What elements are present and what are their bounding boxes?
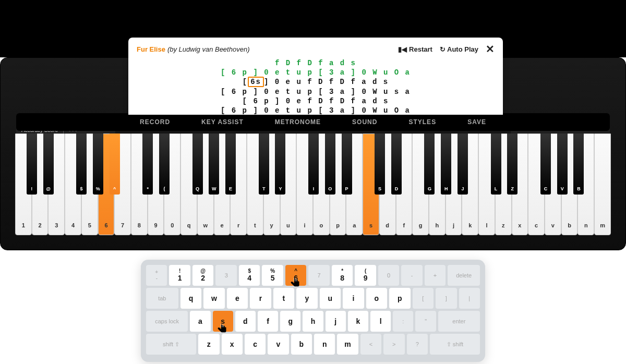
piano-black-key-G[interactable]: G	[424, 134, 435, 195]
kb-key-5[interactable]: %5	[262, 265, 283, 286]
kb-key-shift: shift ⇧	[146, 334, 196, 355]
kb-key-j[interactable]: j	[326, 311, 346, 332]
key-label: u	[281, 222, 296, 228]
kb-key-7: 7	[308, 265, 329, 286]
kb-key-a[interactable]: a	[190, 311, 210, 332]
kb-key-6[interactable]: ^6	[285, 265, 306, 286]
key-label: 0	[164, 222, 180, 228]
sheet-line: [6s] 0 e u f D f D f a d s	[137, 77, 495, 87]
piano-black-key-D[interactable]: D	[391, 134, 402, 195]
key-label: t	[247, 222, 263, 228]
kb-key-: >	[383, 334, 404, 355]
piano-black-key-%[interactable]: %	[93, 134, 103, 195]
piano-black-key-I[interactable]: I	[308, 134, 319, 195]
kb-key-d[interactable]: d	[235, 311, 256, 332]
key-label: H	[441, 186, 451, 191]
piano-black-key-@[interactable]: @	[43, 134, 54, 195]
key-label: 7	[115, 222, 130, 228]
piano-black-key-L[interactable]: L	[491, 134, 501, 195]
kb-key-v[interactable]: v	[268, 334, 288, 355]
key-label: w	[198, 222, 213, 228]
kb-key-k[interactable]: k	[348, 311, 368, 332]
menu-item-sound[interactable]: SOUND	[352, 118, 377, 126]
key-label: !	[27, 186, 37, 191]
key-label: e	[214, 222, 230, 228]
key-label: d	[380, 222, 395, 228]
kb-key-u[interactable]: u	[320, 288, 341, 309]
piano-black-key-Y[interactable]: Y	[275, 134, 285, 195]
key-label: 1	[16, 222, 31, 228]
kb-key-enter: enter	[438, 311, 480, 332]
piano-black-key-H[interactable]: H	[441, 134, 451, 195]
kb-key-i[interactable]: i	[343, 288, 364, 309]
key-label: W	[209, 186, 219, 191]
menu-item-key-assist[interactable]: KEY ASSIST	[201, 118, 244, 126]
key-label: k	[462, 222, 478, 228]
menu-item-record[interactable]: RECORD	[140, 118, 170, 126]
current-keys-highlight: 6s	[248, 77, 264, 87]
piano-black-key-J[interactable]: J	[458, 134, 468, 195]
piano-black-key-E[interactable]: E	[225, 134, 236, 195]
piano-black-key-Q[interactable]: Q	[192, 134, 203, 195]
key-label: 9	[148, 222, 164, 228]
kb-key-h[interactable]: h	[303, 311, 323, 332]
kb-key-w[interactable]: w	[203, 288, 224, 309]
sheet-lines: f D f D f a d s[ 6 p ] 0 e t u p [ 3 a ]…	[137, 58, 495, 115]
key-label: Q	[192, 186, 203, 191]
menu-item-metronome[interactable]: METRONOME	[275, 118, 321, 126]
piano-black-key-B[interactable]: B	[573, 134, 584, 195]
key-label: p	[330, 222, 346, 228]
key-label: 3	[49, 222, 64, 228]
key-label: b	[562, 222, 577, 228]
key-label: L	[491, 186, 501, 191]
kb-key-8[interactable]: *8	[332, 265, 353, 286]
kb-key-n[interactable]: n	[314, 334, 335, 355]
piano-black-key-Z[interactable]: Z	[507, 134, 517, 195]
kb-key-0: 0	[378, 265, 399, 286]
restart-button[interactable]: ▮◀ Restart	[398, 45, 432, 53]
piano-black-key-([interactable]: (	[159, 134, 170, 195]
kb-key-9[interactable]: (9	[355, 265, 376, 286]
piano-black-key-V[interactable]: V	[557, 134, 568, 195]
sheet-line: [ 6 p ] 0 e t u p [ 3 a ] 0 W u O a	[137, 106, 495, 115]
kb-key-r[interactable]: r	[250, 288, 271, 309]
piano-black-key-W[interactable]: W	[209, 134, 219, 195]
kb-key-e[interactable]: e	[227, 288, 248, 309]
kb-key-m[interactable]: m	[337, 334, 358, 355]
key-label: V	[557, 186, 568, 191]
piano-white-key-m[interactable]: m	[594, 134, 611, 235]
piano-black-key-![interactable]: !	[27, 134, 37, 195]
qwerty-keyboard-panel: +-!1@23$4%5^67*8(90-+deletetabqwertyuiop…	[141, 260, 485, 362]
kb-key-p[interactable]: p	[389, 288, 410, 309]
key-label: I	[308, 186, 319, 191]
key-label: S	[375, 186, 385, 191]
close-icon[interactable]: ✕	[486, 43, 495, 55]
key-label: 2	[32, 222, 48, 228]
kb-key-c[interactable]: c	[245, 334, 266, 355]
kb-key-g[interactable]: g	[280, 311, 300, 332]
menu-item-styles[interactable]: STYLES	[408, 118, 436, 126]
piano-black-key-C[interactable]: C	[540, 134, 551, 195]
key-label: m	[595, 222, 610, 228]
kb-key-l[interactable]: l	[370, 311, 391, 332]
piano-black-key-T[interactable]: T	[259, 134, 269, 195]
piano-black-key-*[interactable]: *	[142, 134, 153, 195]
piano-keyboard: 1234567890qwertyuiopasdfghjklzxcvbnm !@$…	[15, 134, 611, 235]
piano-black-key-^[interactable]: ^	[110, 134, 120, 195]
kb-key-o[interactable]: o	[366, 288, 387, 309]
piano-black-key-P[interactable]: P	[342, 134, 352, 195]
kb-key-q[interactable]: q	[180, 288, 201, 309]
autoplay-button[interactable]: ↻ Auto Play	[440, 45, 478, 53]
kb-key-b[interactable]: b	[291, 334, 312, 355]
kb-key-1[interactable]: !1	[169, 265, 190, 286]
piano-black-key-$[interactable]: $	[76, 134, 87, 195]
kb-key-4[interactable]: $4	[239, 265, 260, 286]
kb-key-s[interactable]: s	[213, 311, 233, 332]
piano-black-key-S[interactable]: S	[375, 134, 385, 195]
key-label: G	[424, 186, 435, 191]
kb-key-f[interactable]: f	[258, 311, 278, 332]
menu-item-save[interactable]: SAVE	[467, 118, 486, 126]
piano-black-key-O[interactable]: O	[325, 134, 335, 195]
kb-key-2[interactable]: @2	[192, 265, 213, 286]
key-label: v	[545, 222, 561, 228]
